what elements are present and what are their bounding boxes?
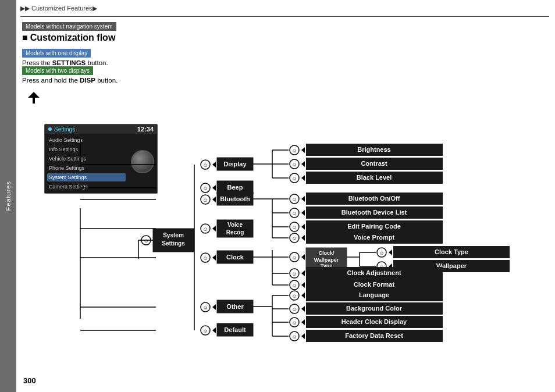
svg-marker-118: [301, 282, 305, 288]
svg-text:Background Color: Background Color: [346, 305, 403, 312]
svg-text:Black Level: Black Level: [357, 174, 392, 181]
svg-text:Bluetooth On/Off: Bluetooth On/Off: [348, 195, 400, 202]
svg-text:☺: ☺: [291, 293, 297, 299]
svg-text:☺: ☺: [202, 226, 208, 232]
breadcrumb: ▶▶ Customized Features▶: [20, 5, 97, 12]
svg-text:Edit Pairing Code: Edit Pairing Code: [347, 223, 401, 230]
svg-text:Clock/: Clock/: [318, 250, 335, 256]
breadcrumb-text: ▶▶ Customized Features▶: [20, 5, 97, 12]
svg-marker-23: [301, 147, 305, 153]
svg-marker-59: [301, 210, 305, 216]
svg-text:☺: ☺: [202, 305, 208, 311]
svg-marker-90: [301, 254, 305, 260]
svg-marker-154: [212, 327, 216, 333]
svg-marker-71: [301, 235, 305, 241]
svg-text:☺: ☺: [291, 271, 297, 277]
svg-marker-100: [389, 250, 392, 255]
svg-text:☺: ☺: [291, 211, 297, 216]
model-one-label: Models with one display: [22, 49, 91, 58]
svg-text:☺: ☺: [202, 162, 208, 168]
svg-text:Factory Data Reset: Factory Data Reset: [345, 332, 403, 339]
section-header: Models without navigation system: [22, 22, 116, 33]
svg-text:Bluetooth: Bluetooth: [220, 195, 250, 202]
svg-text:Wallpaper: Wallpaper: [314, 257, 339, 263]
section-title: ■ Customization flow: [22, 33, 115, 43]
svg-text:☺: ☺: [202, 328, 208, 334]
svg-marker-149: [301, 333, 305, 339]
svg-text:Other: Other: [226, 303, 244, 310]
svg-marker-35: [301, 175, 305, 181]
svg-text:☺: ☺: [291, 334, 297, 340]
svg-text:Language: Language: [359, 291, 389, 298]
svg-text:Header Clock Display: Header Clock Display: [341, 318, 407, 325]
svg-text:Default: Default: [224, 326, 246, 333]
svg-marker-143: [301, 319, 305, 325]
svg-text:☺: ☺: [291, 224, 297, 230]
svg-marker-45: [212, 197, 216, 202]
model-one-section: Models with one display Press the SETTIN…: [22, 49, 108, 68]
svg-text:☺: ☺: [291, 148, 297, 154]
svg-text:Display: Display: [223, 161, 247, 168]
svg-text:Beep: Beep: [227, 184, 243, 191]
svg-text:Clock: Clock: [226, 254, 244, 261]
top-divider: [20, 16, 549, 17]
svg-marker-123: [212, 304, 216, 310]
svg-marker-65: [301, 224, 305, 230]
svg-text:☺: ☺: [202, 186, 208, 191]
svg-marker-53: [301, 196, 305, 202]
svg-marker-112: [301, 270, 305, 276]
svg-text:☺: ☺: [143, 238, 148, 244]
svg-text:☺: ☺: [379, 250, 384, 256]
svg-text:☺: ☺: [202, 255, 208, 261]
svg-text:Contrast: Contrast: [361, 160, 387, 167]
model-label: Models without navigation system: [22, 22, 116, 31]
svg-text:☺: ☺: [291, 162, 297, 168]
svg-text:☺: ☺: [291, 320, 297, 326]
svg-marker-29: [301, 161, 305, 167]
svg-text:☺: ☺: [291, 197, 297, 202]
model-one-instruction: Press the SETTINGS button.: [22, 59, 108, 66]
svg-text:Voice Prompt: Voice Prompt: [354, 234, 394, 241]
svg-text:☺: ☺: [291, 307, 297, 312]
svg-text:☺: ☺: [291, 236, 297, 241]
sidebar: Features: [0, 0, 16, 392]
sidebar-label: Features: [5, 181, 12, 211]
svg-marker-76: [212, 226, 216, 231]
svg-text:☺: ☺: [291, 255, 297, 261]
svg-text:☺: ☺: [202, 197, 208, 203]
svg-text:Settings: Settings: [162, 240, 185, 247]
svg-text:Clock Adjustment: Clock Adjustment: [347, 269, 401, 276]
model-two-label: Models with two displays: [22, 66, 93, 75]
svg-text:☺: ☺: [291, 176, 297, 181]
svg-text:Recog: Recog: [226, 229, 244, 236]
svg-marker-137: [301, 306, 305, 312]
svg-text:Clock Format: Clock Format: [354, 281, 395, 288]
svg-marker-131: [301, 293, 305, 298]
svg-marker-82: [212, 255, 216, 261]
svg-text:Brightness: Brightness: [357, 146, 390, 153]
svg-text:Voice: Voice: [227, 222, 243, 228]
main-layout: Models without navigation system ■ Custo…: [22, 22, 552, 389]
svg-marker-40: [212, 185, 216, 191]
flow-svg: System Settings ☺ Display ☺ Brightness ☺…: [22, 80, 555, 371]
svg-text:Clock Type: Clock Type: [435, 248, 468, 255]
svg-text:☺: ☺: [291, 283, 297, 288]
svg-text:Bluetooth Device List: Bluetooth Device List: [341, 209, 407, 216]
svg-marker-15: [212, 162, 216, 168]
svg-text:System: System: [163, 232, 184, 238]
